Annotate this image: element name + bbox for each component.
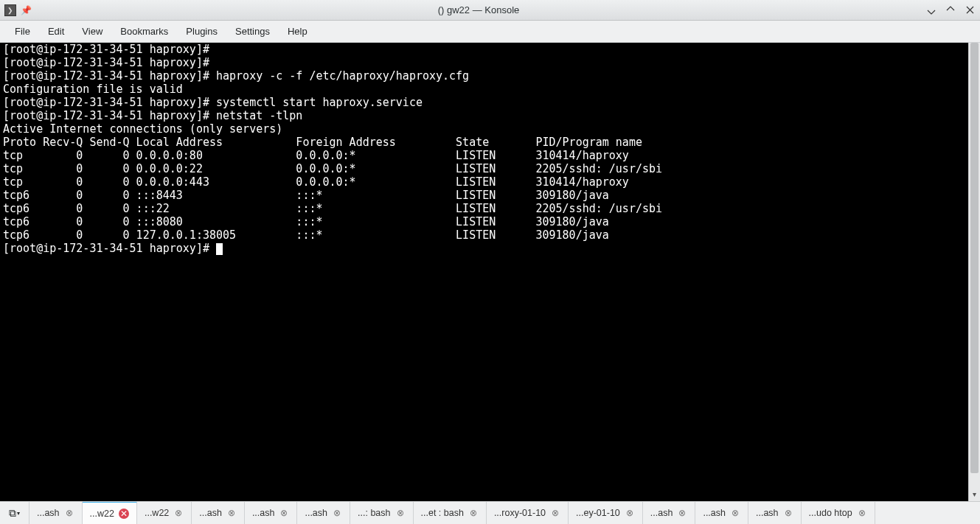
close-icon[interactable]: ⊗ — [550, 508, 560, 518]
terminal[interactable]: [root@ip-172-31-34-51 haproxy]# [root@ip… — [0, 43, 968, 501]
maximize-button[interactable] — [945, 4, 956, 16]
close-icon[interactable]: ⊗ — [677, 508, 687, 518]
scrollbar-down-icon[interactable]: ▾ — [969, 486, 980, 501]
chevron-down-icon: ▾ — [17, 510, 20, 517]
close-icon[interactable]: ⊗ — [625, 508, 635, 518]
terminal-line: [root@ip-172-31-34-51 haproxy]# netstat … — [3, 109, 302, 122]
terminal-line: tcp 0 0 0.0.0.0:22 0.0.0.0:* LISTEN 2205… — [3, 162, 662, 175]
close-icon[interactable]: ⊗ — [173, 508, 184, 518]
terminal-line: tcp6 0 0 127.0.0.1:38005 :::* LISTEN 309… — [3, 228, 609, 242]
close-icon[interactable]: ⊗ — [332, 508, 342, 518]
close-icon[interactable]: ⊗ — [468, 508, 479, 518]
tab-14[interactable]: ...udo htop⊗ — [802, 502, 875, 524]
tab-5[interactable]: ...ash⊗ — [245, 502, 298, 524]
tab-label: ...ash — [305, 508, 327, 518]
cursor — [216, 243, 223, 255]
tab-2[interactable]: ...w22✕ — [83, 502, 137, 524]
tab-label: ...: bash — [358, 508, 390, 518]
terminal-line: [root@ip-172-31-34-51 haproxy]# — [3, 43, 209, 56]
scrollbar-thumb[interactable] — [970, 43, 979, 473]
tab-label: ...w22 — [90, 509, 114, 519]
close-icon[interactable]: ✕ — [119, 509, 129, 519]
titlebar: 📌 () gw22 — Konsole — [0, 0, 980, 21]
menu-bookmarks[interactable]: Bookmarks — [111, 23, 177, 40]
pin-icon[interactable]: 📌 — [21, 5, 32, 15]
tab-4[interactable]: ...ash⊗ — [192, 502, 245, 524]
tab-13[interactable]: ...ash⊗ — [748, 502, 802, 524]
tab-label: ...udo htop — [809, 508, 852, 518]
menu-settings[interactable]: Settings — [226, 23, 279, 40]
tab-12[interactable]: ...ash⊗ — [695, 502, 748, 524]
tab-label: ...ash — [703, 508, 726, 518]
tab-8[interactable]: ...et : bash⊗ — [414, 502, 487, 524]
tab-label: ...roxy-01-10 — [494, 508, 546, 518]
terminal-line: [root@ip-172-31-34-51 haproxy]# — [3, 56, 209, 69]
terminal-area: [root@ip-172-31-34-51 haproxy]# [root@ip… — [0, 43, 980, 501]
terminal-line: Configuration file is valid — [3, 83, 183, 96]
close-icon[interactable]: ⊗ — [279, 508, 289, 518]
tab-label: ...ash — [252, 508, 275, 518]
menu-plugins[interactable]: Plugins — [177, 23, 226, 40]
tab-label: ...ash — [650, 508, 673, 518]
terminal-line: tcp 0 0 0.0.0.0:80 0.0.0.0:* LISTEN 3104… — [3, 149, 629, 162]
tab-6[interactable]: ...ash⊗ — [297, 502, 350, 524]
close-icon[interactable]: ⊗ — [783, 508, 793, 518]
menubar: File Edit View Bookmarks Plugins Setting… — [0, 21, 980, 43]
tab-label: ...ash — [199, 508, 222, 518]
new-tab-icon: ⧉ — [9, 507, 16, 520]
menu-file[interactable]: File — [6, 23, 39, 40]
close-icon[interactable]: ⊗ — [64, 508, 74, 518]
new-tab-button[interactable]: ⧉ ▾ — [0, 502, 29, 524]
close-icon[interactable]: ⊗ — [226, 508, 237, 518]
tabbar: ⧉ ▾ ...ash⊗ ...w22✕ ...w22⊗ ...ash⊗ ...a… — [0, 501, 980, 524]
app-icon — [4, 4, 16, 16]
tab-9[interactable]: ...roxy-01-10⊗ — [487, 502, 569, 524]
tab-10[interactable]: ...ey-01-10⊗ — [569, 502, 643, 524]
tab-label: ...ey-01-10 — [576, 508, 620, 518]
menu-help[interactable]: Help — [279, 23, 316, 40]
close-icon[interactable]: ⊗ — [730, 508, 740, 518]
tab-label: ...ash — [37, 508, 60, 518]
close-icon[interactable]: ⊗ — [395, 508, 406, 518]
minimize-button[interactable] — [925, 4, 937, 16]
terminal-prompt: [root@ip-172-31-34-51 haproxy]# — [3, 242, 216, 255]
terminal-line: [root@ip-172-31-34-51 haproxy]# haproxy … — [3, 69, 469, 83]
menu-edit[interactable]: Edit — [39, 23, 73, 40]
tab-label: ...et : bash — [421, 508, 464, 518]
close-button[interactable] — [964, 4, 976, 16]
terminal-line: tcp 0 0 0.0.0.0:443 0.0.0.0:* LISTEN 310… — [3, 175, 629, 189]
menu-view[interactable]: View — [73, 23, 111, 40]
tab-label: ...w22 — [145, 508, 169, 518]
tab-7[interactable]: ...: bash⊗ — [350, 502, 413, 524]
terminal-line: [root@ip-172-31-34-51 haproxy]# systemct… — [3, 96, 423, 109]
scrollbar[interactable]: ▾ — [968, 43, 980, 501]
tab-label: ...ash — [756, 508, 779, 518]
terminal-line: tcp6 0 0 :::8080 :::* LISTEN 309180/java — [3, 215, 609, 228]
terminal-line: Active Internet connections (only server… — [3, 122, 282, 136]
window-title: () gw22 — Konsole — [32, 4, 925, 15]
terminal-line: tcp6 0 0 :::8443 :::* LISTEN 309180/java — [3, 189, 609, 202]
close-icon[interactable]: ⊗ — [857, 508, 867, 518]
tab-11[interactable]: ...ash⊗ — [643, 502, 696, 524]
terminal-line: tcp6 0 0 :::22 :::* LISTEN 2205/sshd: /u… — [3, 202, 662, 215]
terminal-line: Proto Recv-Q Send-Q Local Address Foreig… — [3, 136, 642, 149]
tab-3[interactable]: ...w22⊗ — [137, 502, 192, 524]
tab-1[interactable]: ...ash⊗ — [29, 502, 83, 524]
